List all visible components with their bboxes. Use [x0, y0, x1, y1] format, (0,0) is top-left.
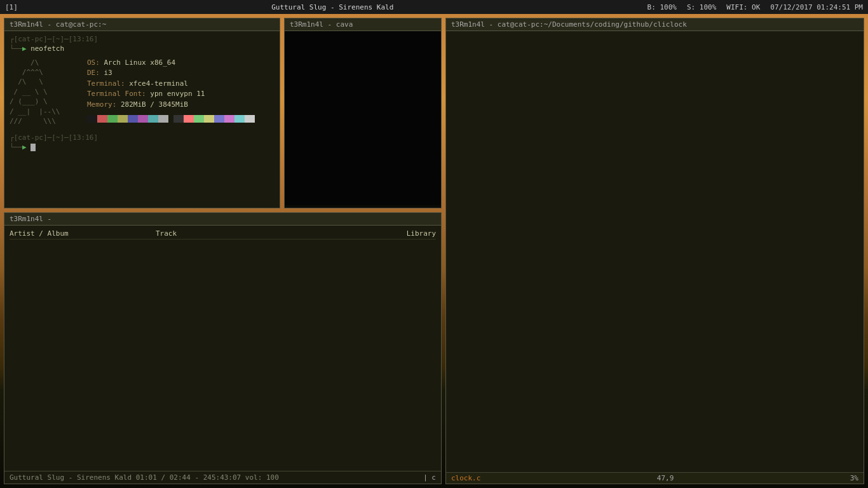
color-black — [87, 115, 97, 123]
color-magenta — [138, 115, 148, 123]
color-blocks — [87, 115, 255, 123]
color-bright-white — [245, 115, 255, 123]
color-bright-cyan — [234, 115, 245, 123]
terminal-neofetch-body: ┌[cat-pc]─[~]─[13:16] └──▶ neofetch /\ /… — [4, 31, 280, 208]
main-content: t3Rm1n4l - cat@cat-pc:~ ┌[cat-pc]─[~]─[1… — [0, 14, 868, 488]
music-status-text: Guttural Slug - Sirenens Kald 01:01 / 02… — [10, 473, 279, 482]
color-bright-blue — [214, 115, 224, 123]
col-track-header: Track — [156, 229, 341, 238]
music-statusbar: Guttural Slug - Sirenens Kald 01:01 / 02… — [4, 471, 441, 484]
color-cyan — [148, 115, 158, 123]
color-bright-green — [194, 115, 204, 123]
color-yellow — [118, 115, 128, 123]
bracket-open: ┌ — [10, 35, 14, 43]
prompt-line-1: ┌[cat-pc]─[~]─[13:16] — [10, 35, 275, 44]
neofetch-ascii: /\ /^^^\ /\ \ / __ \ \ / (___) \ / __| |… — [10, 58, 79, 126]
color-bright-red — [184, 115, 194, 123]
color-red — [97, 115, 107, 123]
terminal-cava[interactable]: t3Rm1n4l - cava — [284, 18, 442, 208]
wifi-indicator: WIFI: OK — [726, 3, 760, 11]
datetime-indicator: 07/12/2017 01:24:51 PM — [770, 3, 863, 11]
col-artist-header: Artist / Album — [10, 229, 130, 238]
music-body: Artist / Album Track Library — [4, 226, 441, 484]
neofetch-info: OS: Arch Linux x86_64 DE: i3 Terminal: x… — [87, 58, 255, 126]
col-lib-header: Library — [366, 229, 436, 238]
cava-visualizer — [285, 31, 441, 205]
prompt-line-2: ┌[cat-pc]─[~]─[13:16] — [10, 133, 275, 143]
color-bright-yellow — [204, 115, 214, 123]
color-green — [107, 115, 118, 123]
sound-indicator: S: 100% — [687, 3, 716, 11]
terminal-neofetch-title: t3Rm1n4l - cat@cat-pc:~ — [4, 18, 280, 31]
music-header: Artist / Album Track Library — [10, 229, 436, 240]
terminal-neofetch[interactable]: t3Rm1n4l - cat@cat-pc:~ ┌[cat-pc]─[~]─[1… — [4, 18, 280, 208]
workspace-indicator: [1] — [5, 3, 18, 11]
prompt-cursor-line: └──▶ — [10, 143, 275, 152]
terminal-cava-title: t3Rm1n4l - cava — [285, 18, 441, 31]
code-percent: 3% — [850, 474, 858, 482]
code-filename: clock.c — [451, 474, 480, 482]
music-status-right: | c — [423, 473, 436, 482]
brightness-indicator: B: 100% — [648, 3, 677, 11]
color-bright-magenta — [224, 115, 234, 123]
code-position: 47,9 — [657, 474, 674, 482]
terminal-music[interactable]: t3Rm1n4l - Artist / Album Track Library … — [4, 212, 442, 484]
window-title: Guttural Slug - Sirenens Kald — [271, 3, 393, 11]
cmd-neofetch: └──▶ neofetch — [10, 44, 275, 54]
color-bright-black — [173, 115, 184, 123]
neofetch-output: /\ /^^^\ /\ \ / __ \ \ / (___) \ / __| |… — [10, 58, 275, 126]
terminal-music-title: t3Rm1n4l - — [4, 213, 441, 226]
terminal-code-title: t3Rm1n4l - cat@cat-pc:~/Documents/coding… — [446, 18, 864, 31]
terminal-code[interactable]: t3Rm1n4l - cat@cat-pc:~/Documents/coding… — [445, 18, 864, 484]
color-blue — [128, 115, 138, 123]
topbar: [1] Guttural Slug - Sirenens Kald B: 100… — [0, 0, 868, 14]
cursor — [31, 144, 36, 151]
code-footer: clock.c 47,9 3% — [446, 472, 864, 484]
color-white — [158, 115, 168, 123]
code-body — [446, 31, 864, 472]
